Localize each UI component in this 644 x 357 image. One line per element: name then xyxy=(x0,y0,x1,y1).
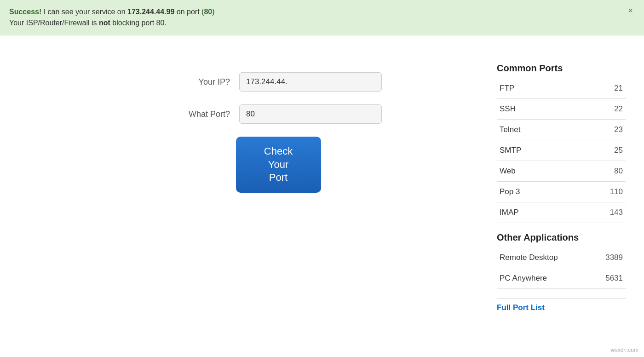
table-row[interactable]: IMAP143 xyxy=(497,202,626,223)
button-wrapper: Check Your Port xyxy=(106,137,382,193)
banner-port: 80 xyxy=(204,8,212,16)
other-apps-table: Remote Desktop3389PC Anywhere5631 xyxy=(497,248,626,289)
port-name: FTP xyxy=(497,78,574,99)
port-number: 143 xyxy=(574,202,626,223)
port-name: Web xyxy=(497,161,574,182)
port-name: Remote Desktop xyxy=(497,248,592,268)
banner-message-part3: ) xyxy=(212,8,214,16)
port-number: 21 xyxy=(574,78,626,99)
ip-input[interactable] xyxy=(239,72,382,92)
banner-message-part1: I can see your service on xyxy=(44,8,127,16)
port-name: IMAP xyxy=(497,202,574,223)
port-name: SMTP xyxy=(497,140,574,161)
table-row[interactable]: Web80 xyxy=(497,161,626,182)
port-number: 23 xyxy=(574,120,626,140)
ip-row: Your IP? xyxy=(106,72,382,92)
table-row[interactable]: PC Anywhere5631 xyxy=(497,268,626,289)
common-ports-title: Common Ports xyxy=(497,63,626,74)
banner-message-part2: on port ( xyxy=(174,8,204,16)
port-name: Telnet xyxy=(497,120,574,140)
banner-ip: 173.244.44.99 xyxy=(127,8,174,16)
port-label: What Port? xyxy=(170,109,230,119)
port-number: 25 xyxy=(574,140,626,161)
table-row[interactable]: FTP21 xyxy=(497,78,626,99)
table-row[interactable]: SMTP25 xyxy=(497,140,626,161)
port-name: SSH xyxy=(497,99,574,120)
form-section: Your IP? What Port? Check Your Port xyxy=(0,54,488,322)
table-row[interactable]: Remote Desktop3389 xyxy=(497,248,626,268)
port-number: 3389 xyxy=(592,248,626,268)
port-name: PC Anywhere xyxy=(497,268,592,289)
other-apps-title: Other Applications xyxy=(497,232,626,243)
port-row: What Port? xyxy=(106,104,382,124)
banner-line2-pre: Your ISP/Router/Firewall is xyxy=(9,19,99,27)
banner-not: not xyxy=(99,19,110,27)
banner-line2-post: blocking port 80. xyxy=(110,19,167,27)
check-btn-line2: Port xyxy=(269,172,288,183)
common-ports-table: FTP21SSH22Telnet23SMTP25Web80Pop 3110IMA… xyxy=(497,78,626,223)
port-number: 80 xyxy=(574,161,626,182)
port-number: 110 xyxy=(574,182,626,202)
table-row[interactable]: Pop 3110 xyxy=(497,182,626,202)
table-row[interactable]: SSH22 xyxy=(497,99,626,120)
table-row[interactable]: Telnet23 xyxy=(497,120,626,140)
ip-label: Your IP? xyxy=(170,77,230,87)
check-btn-line1: Check Your xyxy=(264,145,293,170)
port-name: Pop 3 xyxy=(497,182,574,202)
watermark: wsxdn.com xyxy=(611,347,638,353)
port-number: 22 xyxy=(574,99,626,120)
banner-success-label: Success! xyxy=(9,8,41,16)
port-input[interactable] xyxy=(239,104,382,124)
ports-section: Common Ports FTP21SSH22Telnet23SMTP25Web… xyxy=(488,54,644,322)
port-number: 5631 xyxy=(592,268,626,289)
banner-close-button[interactable]: × xyxy=(626,6,635,15)
main-content: Your IP? What Port? Check Your Port Comm… xyxy=(0,35,644,340)
banner-text: Success! I can see your service on 173.2… xyxy=(9,6,626,29)
full-port-list-link[interactable]: Full Port List xyxy=(497,298,626,312)
success-banner: Success! I can see your service on 173.2… xyxy=(0,0,644,35)
check-port-button[interactable]: Check Your Port xyxy=(236,137,321,193)
